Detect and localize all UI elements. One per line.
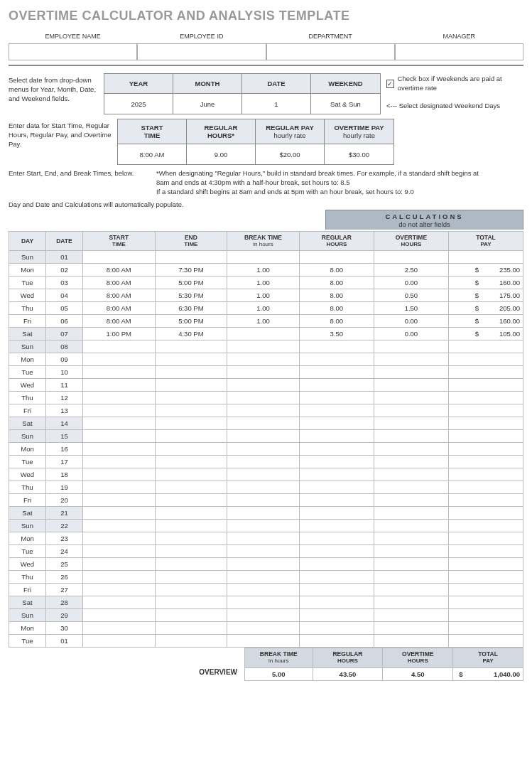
table-row: Sun01 [9, 251, 523, 264]
ov-ot-header: OVERTIMEHOURS [383, 648, 453, 667]
ov-pay-header: TOTALPAY [453, 648, 523, 667]
table-row: Thu058:00 AM6:30 PM1.008.001.50$205.00 [9, 302, 523, 315]
table-row: Tue10 [9, 366, 523, 379]
col-reghrs: REGULARHOURS [299, 232, 374, 251]
enter-times-note: Enter Start, End, and Break Times, below… [9, 169, 151, 192]
col-totpay: TOTALPAY [448, 232, 523, 251]
weekend-ot-checkbox[interactable]: ✓ [386, 80, 394, 88]
table-row: Sun29 [9, 609, 523, 622]
weekend-select[interactable]: Sat & Sun [311, 94, 380, 114]
emp-id-header: EMPLOYEE ID [137, 31, 266, 42]
table-row: Fri068:00 AM5:00 PM1.008.000.00$160.00 [9, 315, 523, 328]
col-end: ENDTIME [155, 232, 227, 251]
regular-hours-footnote: *When designating "Regular Hours," build… [156, 169, 490, 196]
reg-hours-input[interactable]: 9.00 [187, 144, 256, 164]
table-row: Fri13 [9, 404, 523, 417]
pay-grid: STARTTIME REGULARHOURS* REGULAR PAYhourl… [117, 119, 394, 165]
emp-dept-input[interactable] [266, 43, 395, 60]
table-row: Mon09 [9, 353, 523, 366]
table-row: Fri20 [9, 494, 523, 507]
table-row: Thu19 [9, 481, 523, 494]
table-row: Tue038:00 AM5:00 PM1.008.000.00$160.00 [9, 277, 523, 289]
ov-break-total: 5.00 [245, 667, 313, 680]
ov-break-header: BREAK TIMEin hours [245, 648, 313, 667]
table-row: Sun22 [9, 520, 523, 532]
emp-id-input[interactable] [137, 43, 266, 60]
ot-pay-input[interactable]: $30.00 [325, 144, 393, 164]
table-row: Sat14 [9, 417, 523, 430]
emp-mgr-header: MANAGER [395, 31, 523, 42]
table-row: Thu12 [9, 392, 523, 404]
col-date: DATE [45, 232, 82, 251]
month-select[interactable]: June [173, 94, 242, 114]
section-divider [9, 65, 523, 66]
emp-name-header: EMPLOYEE NAME [9, 31, 137, 42]
table-row: Wed18 [9, 468, 523, 481]
overview-label: OVERVIEW [20, 648, 244, 680]
reg-pay-header: REGULAR PAYhourly rate [256, 119, 325, 144]
table-row: Mon30 [9, 622, 523, 635]
table-row: Sun08 [9, 340, 523, 353]
month-header: MONTH [173, 74, 242, 94]
ov-reg-header: REGULARHOURS [313, 648, 383, 667]
ov-ot-total: 4.50 [383, 667, 453, 680]
table-row: Thu26 [9, 571, 523, 584]
table-row: Sat21 [9, 507, 523, 520]
table-row: Wed048:00 AM5:30 PM1.008.000.50$175.00 [9, 289, 523, 302]
year-header: YEAR [104, 74, 173, 94]
emp-mgr-input[interactable] [395, 43, 523, 60]
table-row: Tue17 [9, 456, 523, 468]
reg-hours-header: REGULARHOURS* [187, 119, 256, 144]
table-row: Mon16 [9, 443, 523, 456]
weekend-header: WEEKEND [311, 74, 380, 94]
auto-populate-note: Day and Date and Calculations will autom… [9, 200, 523, 210]
date-header: DATE [242, 74, 311, 94]
date-grid: YEAR MONTH DATE WEEKEND 2025 June 1 Sat … [104, 73, 381, 114]
date-select[interactable]: 1 [242, 94, 311, 114]
table-row: Tue01 [9, 635, 523, 648]
table-row: Sun15 [9, 430, 523, 443]
calculations-banner: CALCULATIONS do not alter fields [325, 210, 523, 230]
table-row: Wed25 [9, 558, 523, 571]
table-row: Sat28 [9, 596, 523, 609]
col-othrs: OVERTIMEHOURS [374, 232, 448, 251]
date-select-note: Select date from drop-down menus for Yea… [9, 73, 98, 103]
enter-data-note: Enter data for Start Time, Regular Hours… [9, 119, 112, 149]
weekend-ot-label: Check box if Weekends are paid at overti… [398, 75, 523, 93]
col-start: STARTTIME [82, 232, 155, 251]
table-row: Mon028:00 AM7:30 PM1.008.002.50$235.00 [9, 264, 523, 277]
col-break: BREAK TIMEin hours [227, 232, 300, 251]
ov-reg-total: 43.50 [313, 667, 383, 680]
year-select[interactable]: 2025 [104, 94, 173, 114]
ot-pay-header: OVERTIME PAYhourly rate [325, 119, 393, 144]
table-row: Wed11 [9, 379, 523, 392]
ov-pay-total: $1,040.00 [453, 667, 523, 680]
table-row: Tue24 [9, 545, 523, 558]
overview-table: BREAK TIMEin hours REGULARHOURS OVERTIME… [244, 648, 523, 680]
col-day: DAY [9, 232, 46, 251]
start-time-input[interactable]: 8:00 AM [118, 144, 187, 164]
reg-pay-input[interactable]: $20.00 [256, 144, 325, 164]
start-time-header: STARTTIME [118, 119, 187, 144]
table-row: Sat071:00 PM4:30 PM3.500.00$105.00 [9, 328, 523, 340]
weekend-select-note: <--- Select designated Weekend Days [386, 102, 523, 111]
timesheet-table: DAY DATE STARTTIME ENDTIME BREAK TIMEin … [9, 231, 523, 648]
emp-dept-header: DEPARTMENT [266, 31, 395, 42]
page-title: OVERTIME CALCULATOR AND ANALYSIS TEMPLAT… [9, 9, 523, 23]
emp-name-input[interactable] [9, 43, 137, 60]
table-row: Mon23 [9, 532, 523, 545]
table-row: Fri27 [9, 584, 523, 596]
